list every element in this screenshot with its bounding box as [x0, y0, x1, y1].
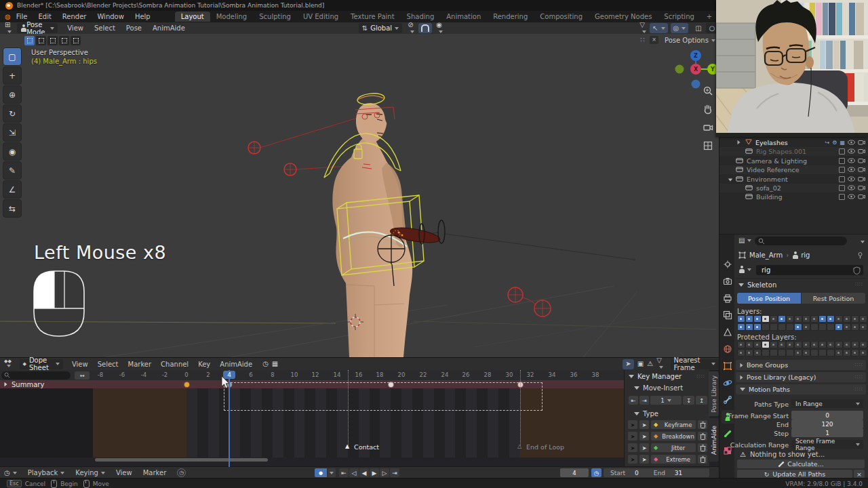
- protected-layer-toggle[interactable]: [737, 341, 745, 348]
- dope-menu-channel[interactable]: Channel: [156, 361, 193, 368]
- timeline-menu-keying[interactable]: Keying: [70, 469, 111, 476]
- hide-eye-icon[interactable]: [848, 193, 855, 201]
- armature-layer-toggle[interactable]: [745, 315, 753, 323]
- snap-dropdown[interactable]: Nearest Frame: [671, 359, 719, 369]
- armature-layer-toggle[interactable]: [835, 323, 843, 331]
- exclude-checkbox[interactable]: [839, 176, 845, 182]
- tool-rotate[interactable]: ↻: [3, 104, 22, 123]
- move-left-button[interactable]: ⇤: [629, 396, 638, 405]
- keying-popover[interactable]: [328, 468, 336, 477]
- marker-end-of-loop[interactable]: △: [517, 443, 521, 449]
- proportional-editing-dropdown[interactable]: ◉: [436, 22, 443, 35]
- protected-layer-toggle[interactable]: [786, 341, 794, 348]
- marker-contact[interactable]: ▲: [345, 443, 349, 449]
- armature-layer-toggle[interactable]: [843, 315, 851, 323]
- delete-keyframe-button[interactable]: [698, 420, 707, 429]
- protected-layer-toggle[interactable]: [810, 341, 818, 348]
- navigation-gizmo[interactable]: Z Y X: [675, 49, 718, 91]
- protected-layer-toggle[interactable]: [827, 341, 835, 348]
- armature-layer-toggle[interactable]: [810, 323, 818, 331]
- timeline-menu-marker[interactable]: Marker: [138, 469, 172, 476]
- select-mode-cursor-mode[interactable]: [71, 36, 81, 45]
- outliner-row-building[interactable]: Building: [719, 192, 868, 201]
- armature-layer-toggle[interactable]: [737, 315, 745, 323]
- auto-keying-toggle[interactable]: ●: [315, 468, 327, 477]
- overlays-toggle[interactable]: ◎: [671, 23, 689, 33]
- properties-tab-tool[interactable]: [722, 258, 734, 271]
- armature-layer-toggle[interactable]: [737, 323, 745, 331]
- armature-layer-toggle[interactable]: [786, 323, 794, 331]
- type-header[interactable]: Type: [634, 410, 709, 418]
- shield-icon[interactable]: [853, 266, 861, 274]
- properties-tab-object[interactable]: [722, 359, 734, 373]
- tool-transform[interactable]: ◉: [3, 142, 22, 161]
- id-type-icon[interactable]: [738, 266, 751, 273]
- tool-move[interactable]: ⊕: [3, 85, 22, 104]
- sidebar-tab-pose-library[interactable]: Pose Library: [709, 371, 719, 416]
- assign-breakdown-button[interactable]: ◆Breakdown: [651, 432, 696, 441]
- exclude-checkbox[interactable]: [839, 185, 845, 191]
- tab-layout[interactable]: Layout: [175, 12, 210, 22]
- protected-layer-toggle[interactable]: [762, 349, 770, 357]
- protected-layer-toggle[interactable]: [835, 349, 843, 357]
- protected-layer-toggle[interactable]: [835, 341, 843, 348]
- armature-layer-toggle[interactable]: [786, 315, 794, 323]
- armature-layer-toggle[interactable]: [802, 315, 810, 323]
- protected-layer-toggle[interactable]: [753, 341, 762, 348]
- tab-rendering[interactable]: Rendering: [487, 12, 534, 22]
- viewport-menu-view[interactable]: View: [62, 24, 89, 32]
- object-visibility-dropdown[interactable]: ▽: [639, 22, 646, 35]
- show-gizmo-toggle[interactable]: ↖: [650, 23, 667, 33]
- pan-hand-icon[interactable]: [703, 104, 713, 115]
- pivot-point-dropdown[interactable]: ⊘: [408, 22, 414, 35]
- armature-layer-toggle[interactable]: [794, 315, 802, 323]
- protected-layer-toggle[interactable]: [859, 341, 867, 348]
- protected-layer-toggle[interactable]: [843, 341, 851, 348]
- properties-tab-world[interactable]: [722, 342, 734, 356]
- editor-type-icon[interactable]: ◆◆: [4, 359, 14, 369]
- use-preview-range-toggle[interactable]: ◷: [591, 468, 601, 477]
- channel-search-input[interactable]: [1, 371, 71, 380]
- viewport-menu-pose[interactable]: Pose: [121, 24, 147, 32]
- hide-eye-icon[interactable]: [848, 148, 855, 155]
- breadcrumb-data[interactable]: rig: [801, 251, 810, 259]
- protected-layer-toggle[interactable]: [802, 341, 810, 348]
- transform-orientation-dropdown[interactable]: ⇅ Global: [359, 23, 402, 33]
- properties-tab-output[interactable]: [722, 291, 734, 305]
- rest-position-button[interactable]: Rest Position: [802, 293, 865, 304]
- menu-help[interactable]: Help: [130, 13, 156, 20]
- exclude-checkbox[interactable]: [839, 194, 845, 200]
- tool-select-box[interactable]: ▢: [3, 47, 22, 66]
- menu-render[interactable]: Render: [57, 13, 92, 20]
- armature-layer-toggle[interactable]: [818, 323, 827, 331]
- tool-settings-icon[interactable]: ∷: [640, 37, 644, 43]
- assign-jitter-button[interactable]: ◆Jitter: [651, 443, 696, 452]
- axis-neg-z[interactable]: [692, 80, 701, 89]
- select-keys-icon[interactable]: ➤: [628, 455, 637, 464]
- viewport-3d[interactable]: ▢+⊕↻⇲◉✎∠⇆ User Perspective (4) Male_Arm …: [0, 34, 719, 357]
- panel-header-pose-library-legacy[interactable]: Pose Library (Legacy)∷∷: [736, 372, 866, 382]
- tab-compositing[interactable]: Compositing: [534, 12, 589, 22]
- protected-layer-toggle[interactable]: [859, 349, 867, 357]
- insert-above-button[interactable]: ↥: [696, 396, 707, 405]
- delete-breakdown-button[interactable]: [698, 432, 707, 441]
- select-mode-tweak[interactable]: [24, 36, 35, 45]
- assign-keyframe-button[interactable]: ◆Keyframe: [651, 420, 696, 429]
- outliner-row-rig-shapes-001[interactable]: Rig Shapes.001: [719, 147, 868, 156]
- select-mode-select-lasso[interactable]: [59, 36, 69, 45]
- exclude-checkbox[interactable]: [839, 167, 845, 173]
- properties-editor-icon[interactable]: ▤: [738, 237, 751, 244]
- select-keys-icon[interactable]: ➤: [628, 420, 637, 429]
- protected-layer-toggle[interactable]: [851, 349, 859, 357]
- tool-scale[interactable]: ⇲: [3, 123, 22, 142]
- filter-icon[interactable]: ▽: [656, 357, 665, 371]
- outliner-row-camera-lighting[interactable]: Camera & Lighting: [719, 157, 868, 165]
- armature-layer-toggle[interactable]: [859, 315, 867, 323]
- proportional-icon[interactable]: ▦: [272, 361, 278, 367]
- dope-menu-view[interactable]: View: [67, 361, 93, 368]
- disable-render-icon[interactable]: [858, 176, 865, 183]
- prev-keyframe-button[interactable]: ◁: [349, 468, 359, 477]
- disable-render-icon[interactable]: [858, 139, 865, 146]
- hide-eye-icon[interactable]: [848, 139, 855, 146]
- jump-start-button[interactable]: ⇤: [339, 468, 349, 477]
